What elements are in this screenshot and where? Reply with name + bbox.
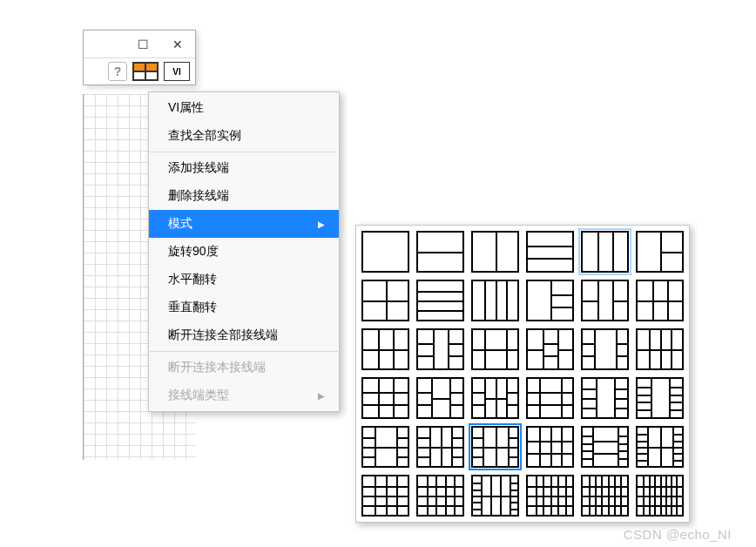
menu-flip-horizontal[interactable]: 水平翻转 [149,266,339,294]
pattern-3x3[interactable] [361,377,409,419]
maximize-icon: ☐ [138,37,149,51]
menu-disconnect-this: 断开连接本接线端 [149,354,339,382]
pattern-2h[interactable] [416,231,464,273]
pattern-5l-5r[interactable] [636,377,684,419]
menu-patterns[interactable]: 模式 ▶ [149,210,339,238]
close-icon: ✕ [172,37,183,51]
pattern-2l-1-2r[interactable] [581,280,629,321]
help-icon[interactable]: ? [108,62,127,81]
pattern-4v[interactable] [471,280,519,321]
pattern-2-1-2-split[interactable] [526,328,574,370]
pattern-3x2[interactable] [361,328,409,370]
pattern-3h[interactable] [526,231,574,273]
pattern-5x4[interactable] [416,475,464,517]
pattern-3l-3r[interactable] [416,328,464,370]
menu-delete-terminal[interactable]: 删除接线端 [149,182,339,210]
watermark: CSDN @echo_NI [624,527,732,542]
pattern-3-3-3-mid2[interactable] [526,377,574,419]
submenu-arrow-icon: ▶ [318,219,325,229]
pattern-3v[interactable] [581,231,629,273]
pattern-4x3[interactable] [526,426,574,468]
menu-terminal-type: 接线端类型 ▶ [149,382,339,409]
toolbar: ? VI [84,58,195,84]
pattern-6-2-6[interactable] [636,426,684,468]
menu-add-terminal[interactable]: 添加接线端 [149,154,339,182]
connector-pane-icon[interactable] [132,62,159,81]
menu-separator [150,152,338,152]
pattern-1-2r[interactable] [636,231,684,273]
pattern-4-2-4[interactable] [361,426,409,468]
pattern-2-2-side[interactable] [636,280,684,321]
pattern-7x4[interactable] [581,475,629,517]
pattern-3-2-3[interactable] [471,377,519,419]
pattern-palette [355,225,690,523]
maximize-button[interactable]: ☐ [125,30,160,58]
pattern-8x4[interactable] [636,475,684,517]
titlebar: ☐ ✕ [84,30,195,58]
window-frame: ☐ ✕ ? VI [83,30,196,85]
pattern-6x4[interactable] [526,475,574,517]
menu-separator [150,351,338,352]
pattern-2x2[interactable] [361,280,409,321]
pattern-2l-2r-mid[interactable] [471,328,519,370]
menu-find-all-instances[interactable]: 查找全部实例 [149,122,339,150]
pattern-1x1[interactable] [361,231,409,273]
pattern-4l-4r[interactable] [581,377,629,419]
submenu-arrow-icon: ▶ [318,391,325,401]
menu-flip-vertical[interactable]: 垂直翻转 [149,294,339,321]
pattern-4h[interactable] [416,280,464,321]
context-menu: VI属性 查找全部实例 添加接线端 删除接线端 模式 ▶ 旋转90度 水平翻转 … [148,91,340,412]
pattern-3l-2m-3r[interactable] [416,377,464,419]
pattern-3l-1-3r[interactable] [581,328,629,370]
pattern-4x2[interactable] [636,328,684,370]
menu-rotate-90[interactable]: 旋转90度 [149,238,339,266]
menu-vi-properties[interactable]: VI属性 [149,94,339,122]
pattern-6-4-6[interactable] [471,475,519,517]
pattern-4-2-2-4[interactable] [471,426,519,468]
menu-disconnect-all[interactable]: 断开连接全部接线端 [149,321,339,349]
pattern-1-3r[interactable] [526,280,574,321]
vi-icon[interactable]: VI [164,62,190,81]
pattern-2v[interactable] [471,231,519,273]
pattern-4-4-cols[interactable] [416,426,464,468]
close-button[interactable]: ✕ [160,30,195,58]
pattern-4x4[interactable] [361,475,409,517]
pattern-5-3-5[interactable] [581,426,629,468]
